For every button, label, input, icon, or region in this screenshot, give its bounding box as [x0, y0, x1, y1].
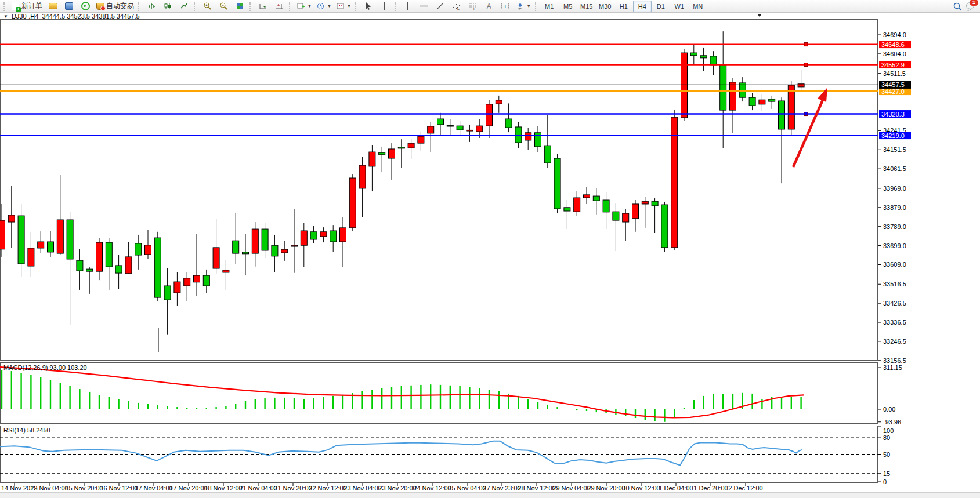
- price-axis-label: 33969.0: [883, 185, 906, 192]
- price-axis-label: 33516.5: [883, 281, 906, 288]
- price-line-label: 34320.3: [881, 111, 905, 118]
- candle-body: [564, 208, 570, 211]
- candle-body: [320, 232, 327, 237]
- candle-body: [613, 212, 619, 220]
- candle-body: [584, 195, 590, 198]
- time-axis-label: 21 Nov 20:00: [274, 485, 312, 492]
- candle-body: [428, 126, 434, 133]
- macd-axis-label: 311.15: [883, 364, 902, 371]
- candle-body: [272, 245, 278, 256]
- candle-body: [671, 117, 678, 248]
- price-axis-label: 33426.5: [883, 300, 906, 307]
- candle-body: [310, 232, 317, 239]
- price-line-label: 34552.9: [881, 61, 905, 68]
- price-axis-label: 33609.0: [883, 261, 906, 268]
- time-axis-label: 2 Dec 12:00: [728, 485, 762, 492]
- candle-body: [8, 215, 15, 222]
- candle-body: [759, 100, 765, 104]
- price-line-label: 34219.0: [881, 132, 905, 139]
- time-axis-label: 23 Nov 04:00: [343, 485, 381, 492]
- time-axis-label: 17 Nov 20:00: [169, 485, 207, 492]
- price-line-label: 34457.5: [881, 81, 905, 88]
- price-axis-label: 34151.5: [883, 146, 906, 153]
- time-axis-label: 29 Nov 20:00: [587, 485, 625, 492]
- candle-body: [661, 205, 668, 248]
- candle-body: [379, 152, 385, 155]
- candle-body: [57, 220, 63, 253]
- candle-body: [233, 241, 239, 253]
- candle-body: [164, 286, 171, 300]
- candle-body: [194, 275, 200, 282]
- candle-body: [798, 84, 804, 87]
- time-axis-label: 18 Nov 12:00: [204, 485, 242, 492]
- candle-body: [720, 65, 726, 110]
- candle-body: [67, 220, 73, 259]
- price-axis-label: 34511.5: [883, 70, 906, 77]
- macd-axis-label: -93.96: [883, 419, 901, 426]
- candle-body: [730, 82, 736, 110]
- candle-body: [184, 278, 190, 286]
- time-axis-label: 15 Nov 20:00: [65, 485, 103, 492]
- candle-body: [632, 204, 639, 219]
- candle-body: [652, 201, 658, 206]
- line-end-marker[interactable]: [804, 112, 808, 116]
- candle-body: [690, 53, 697, 56]
- candle-body: [281, 249, 288, 253]
- price-axis-label: 34604.0: [883, 50, 906, 57]
- candle-body: [447, 125, 453, 126]
- candle-body: [174, 282, 180, 293]
- price-axis-label: 33336.5: [883, 319, 906, 326]
- candle-body: [330, 231, 337, 242]
- candle-body: [476, 126, 483, 132]
- time-axis-label: 29 Nov 04:00: [552, 485, 590, 492]
- candle-body: [301, 231, 307, 245]
- candle-body: [369, 152, 375, 166]
- candle-body: [38, 242, 44, 248]
- candle-body: [18, 216, 24, 264]
- candle-body: [574, 198, 580, 212]
- time-axis-label: 15 Nov 04:00: [30, 485, 68, 492]
- candle-body: [418, 136, 424, 143]
- candle-body: [28, 248, 34, 266]
- candle-body: [0, 220, 5, 249]
- candle-body: [349, 178, 356, 228]
- candle-body: [291, 245, 298, 246]
- main-chart-panel[interactable]: [1, 20, 878, 361]
- rsi-axis-label: 50: [883, 451, 890, 458]
- time-axis-label: 16 Nov 12:00: [100, 485, 138, 492]
- price-axis-label: 33246.5: [883, 338, 906, 345]
- candle-body: [106, 242, 112, 267]
- candle-body: [213, 248, 219, 268]
- candle-body: [554, 158, 560, 209]
- candle-body: [154, 238, 161, 297]
- chart-canvas[interactable]: 34694.034604.034511.534241.534151.534061…: [0, 0, 980, 498]
- candle-body: [115, 266, 122, 273]
- price-axis-label: 33879.0: [883, 204, 906, 211]
- time-axis-label: 30 Nov 12:00: [622, 485, 660, 492]
- candle-body: [48, 242, 54, 252]
- candle-body: [398, 147, 404, 148]
- macd-axis-label: 0.00: [883, 406, 895, 413]
- candle-body: [243, 252, 249, 254]
- candle-body: [135, 243, 142, 255]
- macd-panel[interactable]: [1, 363, 878, 424]
- candle-body: [769, 99, 775, 101]
- time-axis-label: 1 Dec 20:00: [693, 485, 728, 492]
- price-axis-label: 33789.0: [883, 223, 906, 230]
- candle-body: [252, 229, 258, 253]
- candle-body: [749, 97, 755, 106]
- candle-body: [603, 200, 609, 212]
- line-end-marker[interactable]: [804, 43, 808, 46]
- price-axis-label: 34061.5: [883, 165, 906, 172]
- candle-body: [86, 269, 93, 271]
- line-end-marker[interactable]: [804, 63, 808, 67]
- candle-body: [779, 101, 785, 129]
- candle-body: [77, 260, 83, 271]
- candle-body: [486, 104, 493, 126]
- candle-body: [340, 228, 346, 242]
- candle-body: [623, 213, 629, 222]
- time-axis-label: 17 Nov 04:00: [135, 485, 172, 492]
- time-axis-label: 28 Nov 12:00: [518, 485, 555, 492]
- chart-hint-triangle: [757, 14, 762, 17]
- rsi-axis-label: 100: [883, 427, 894, 434]
